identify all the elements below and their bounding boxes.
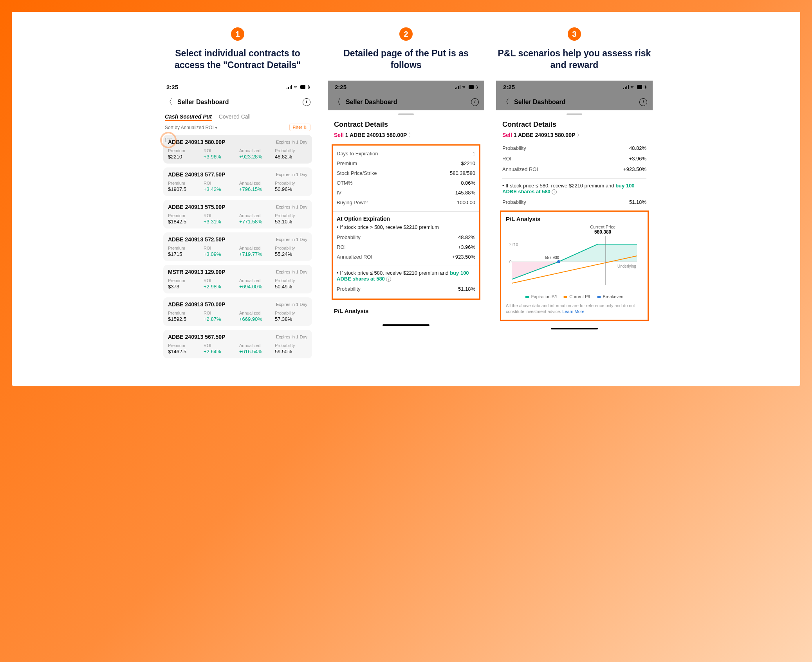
signal-icon [455,85,461,89]
svg-point-4 [557,260,560,263]
roi-value: +3.96% [204,154,236,160]
chart-legend: Expiration P/L Current P/L Breakeven [506,294,643,299]
at-expiration-heading: At Option Expiration [337,216,475,222]
contract-card[interactable]: ADBE 240913 575.00PExpires in 1 Day Prem… [163,200,312,228]
status-bar: 2:25 ᯤ [496,81,653,94]
sort-dropdown[interactable]: Sort by Annualized ROI ▾ [165,125,217,130]
signal-icon [623,85,629,89]
contract-symbol: MSTR 240913 129.00P [168,269,225,275]
iv-label: IV [337,190,341,196]
pl-chart[interactable]: Current Price 580.380 [506,225,643,291]
probability-value: 53.10% [275,219,307,225]
scenario-2-prefix: • If stock price ≤ 580, receive $2210 pr… [337,270,450,276]
info-icon[interactable]: i [471,98,479,106]
probability-value: 51.18% [458,286,475,292]
info-icon[interactable]: i [552,189,557,194]
probability-label: Probability [275,181,307,185]
roi-label: ROI [502,156,511,162]
contract-card[interactable]: ADBE 240913 572.50PExpires in 1 Day Prem… [163,232,312,261]
info-icon[interactable]: i [639,98,647,106]
annualized-value: +694.00% [239,284,272,290]
back-icon[interactable]: 〈 [165,97,173,107]
svg-text:0: 0 [509,260,512,264]
back-icon[interactable]: 〈 [502,97,509,107]
tab-cash-secured-put[interactable]: Cash Secured Put [165,113,212,120]
contract-symbol: ADBE 240913 567.50P [168,334,225,340]
premium-label: Premium [168,311,200,315]
phone-screen-2: 2:25 ᯤ 〈 Seller Dashboard i Contract Det… [328,81,484,328]
probability-value: 48.82% [629,145,646,151]
roi-label: ROI [204,278,236,283]
contract-card[interactable]: ADBE 240913 570.00PExpires in 1 Day Prem… [163,297,312,326]
premium-value: $1462.5 [168,349,200,354]
roi-value: +3.96% [458,244,475,250]
otm-label: OTM% [337,180,352,186]
back-icon[interactable]: 〈 [333,97,341,107]
premium-label: Premium [168,343,200,348]
current-price-label: Current Price [590,225,615,229]
scenario-2-text: • If stock price ≤ 580, receive $2210 pr… [337,270,475,282]
phone-screen-1: 2:25 ᯤ 〈 Seller Dashboard i Cash Secured… [159,81,316,362]
info-icon[interactable]: i [303,98,310,106]
contract-name: 1 ADBE 240913 580.00P [344,132,407,138]
home-indicator [383,324,429,326]
step-1-title: Select individual contracts to access th… [159,48,316,72]
contract-details-heading: Contract Details [328,115,484,132]
legend-current-pl: Current P/L [563,294,591,299]
tab-covered-call[interactable]: Covered Call [219,113,251,120]
step-badge-2: 2 [399,27,413,41]
sell-label: Sell [502,132,512,138]
scenario-text: • If stock price ≤ 580, receive $2210 pr… [502,183,646,194]
roi-value: +3.09% [204,251,236,257]
step-badge-1: 1 [231,27,244,41]
contract-expiry: Expires in 1 Day [276,237,307,242]
roi-label: ROI [204,343,236,348]
premium-value: $1592.5 [168,316,200,322]
premium-value: $1907.5 [168,186,200,192]
filter-button[interactable]: Filter ⇅ [289,124,311,131]
roi-value: +3.31% [204,219,236,225]
probability-value: 48.82% [458,234,475,240]
svg-text:Underlying: Underlying [617,264,636,268]
roi-label: ROI [204,181,236,185]
annualized-value: +771.58% [239,219,272,225]
status-time: 2:25 [166,84,178,90]
nav-bar: 〈 Seller Dashboard i [496,94,653,110]
contract-card[interactable]: ADBE 240913 577.50PExpires in 1 Day Prem… [163,167,312,196]
premium-value: $1842.5 [168,219,200,225]
annualized-value: +616.54% [239,349,272,354]
probability-value: 51.18% [629,199,646,205]
probability-value: 55.24% [275,251,307,257]
buying-power-label: Buying Power [337,200,368,205]
annualized-label: Annualized [239,213,272,218]
probability-label: Probability [275,278,307,283]
scenario-metrics: Probability48.82% ROI+3.96% Annualized R… [496,143,653,207]
probability-label: Probability [502,199,526,205]
pl-analysis-highlight: P/L Analysis Current Price 580.380 [500,210,649,321]
status-time: 2:25 [335,84,346,90]
contract-identifier[interactable]: Sell 1 ADBE 240913 580.00P〉 [496,132,653,143]
contract-card[interactable]: ADBE 240913 580.00P Expires in 1 Day Pre… [163,135,312,164]
probability-label: Probability [275,148,307,153]
roi-label: ROI [204,213,236,218]
contract-expiry: Expires in 1 Day [276,270,307,274]
contract-details-highlight: Days to Expiration1 Premium$2210 Stock P… [332,144,480,300]
wifi-icon: ᯤ [630,84,635,90]
contract-card[interactable]: MSTR 240913 129.00PExpires in 1 Day Prem… [163,265,312,293]
info-icon[interactable]: i [386,277,391,282]
annualized-roi-label: Annualized ROI [337,254,372,260]
chevron-right-icon: 〉 [408,132,414,138]
probability-label: Probability [502,145,526,151]
pl-chart-svg: 2210 0 557.900 Underlying [506,225,643,291]
premium-label: Premium [168,181,200,185]
premium-value: $2210 [168,154,200,160]
contract-symbol: ADBE 240913 577.50P [168,171,225,178]
learn-more-link[interactable]: Learn More [562,309,584,314]
roi-value: +3.42% [204,186,236,192]
contract-identifier[interactable]: Sell 1 ADBE 240913 580.00P〉 [328,132,484,143]
pl-analysis-heading: P/L Analysis [328,306,484,317]
contract-card[interactable]: ADBE 240913 567.50PExpires in 1 Day Prem… [163,330,312,358]
contract-expiry: Expires in 1 Day [276,172,307,177]
premium-label: Premium [168,246,200,250]
premium-label: Premium [337,160,357,166]
